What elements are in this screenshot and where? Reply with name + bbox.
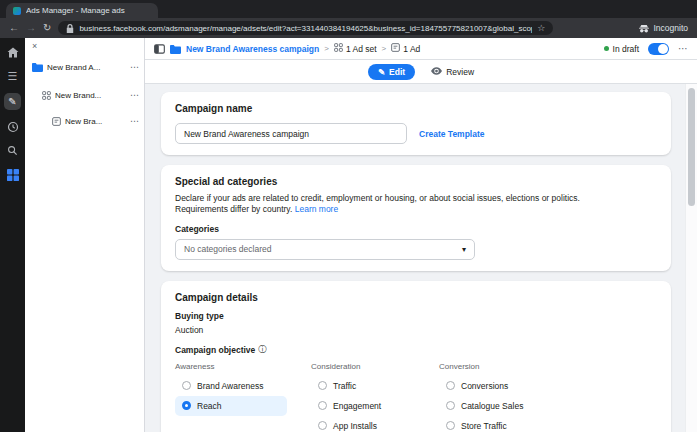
- chevron-separator: >: [382, 44, 387, 53]
- card-title: Campaign name: [175, 103, 657, 114]
- tree-item-label: New Brand...: [55, 91, 126, 100]
- buying-type-value: Auction: [175, 325, 657, 335]
- objective-column-consideration: Consideration Traffic Engagement App Ins…: [311, 362, 415, 432]
- eye-icon: [431, 67, 442, 77]
- categories-label: Categories: [175, 224, 657, 234]
- column-heading: Awareness: [175, 362, 287, 371]
- card-title: Special ad categories: [175, 176, 657, 187]
- tab-review-label: Review: [446, 67, 474, 77]
- folder-icon: [32, 58, 43, 76]
- campaign-details-card: Campaign details Buying type Auction Cam…: [161, 281, 671, 432]
- lock-icon: [66, 19, 74, 37]
- incognito-badge: Incognito: [638, 19, 689, 37]
- overflow-icon[interactable]: ⋯: [130, 117, 139, 126]
- column-heading: Conversion: [439, 362, 539, 371]
- overflow-icon[interactable]: ⋯: [130, 63, 139, 72]
- radio-icon: [318, 381, 327, 390]
- settings-scroll-area: Campaign name Create Template Special ad…: [145, 84, 685, 432]
- home-icon[interactable]: [5, 45, 20, 60]
- radio-icon: [446, 381, 455, 390]
- tree-item-campaign[interactable]: New Brand A... ⋯: [25, 58, 144, 76]
- buying-type-label: Buying type: [175, 311, 657, 321]
- radio-icon: [318, 421, 327, 430]
- browser-tab-strip: Ads Manager - Manage ads: [0, 0, 697, 18]
- adset-icon: [42, 86, 51, 104]
- special-ad-description: Declare if your ads are related to credi…: [175, 193, 620, 216]
- create-template-link[interactable]: Create Template: [419, 129, 485, 139]
- objective-option-conversions[interactable]: Conversions: [439, 376, 539, 396]
- card-title: Campaign details: [175, 292, 657, 303]
- address-bar[interactable]: business.facebook.com/adsmanager/manage/…: [58, 21, 553, 35]
- browser-toolbar: ← → ↻ business.facebook.com/adsmanager/m…: [0, 18, 697, 38]
- grid-icon[interactable]: [5, 167, 20, 182]
- categories-dropdown[interactable]: No categories declared ▾: [175, 239, 475, 260]
- objective-option-store-traffic[interactable]: Store Traffic: [439, 416, 539, 432]
- main-area: New Brand Awareness campaign > 1 Ad set …: [145, 38, 697, 432]
- tree-item-adset[interactable]: New Brand... ⋯: [25, 86, 144, 104]
- ad-icon: [391, 43, 400, 54]
- breadcrumb-adset[interactable]: 1 Ad set: [334, 43, 377, 54]
- menu-icon[interactable]: ☰: [5, 69, 20, 84]
- objective-option-traffic[interactable]: Traffic: [311, 376, 415, 396]
- objective-columns: Awareness Brand Awareness Reach Consider…: [175, 362, 657, 432]
- tree-item-ad[interactable]: New Bra... ⋯: [25, 112, 144, 130]
- status-dot-icon: [604, 46, 609, 51]
- objective-column-awareness: Awareness Brand Awareness Reach: [175, 362, 287, 432]
- tab-edit-label: Edit: [389, 67, 405, 77]
- tab-review[interactable]: Review: [431, 67, 474, 77]
- breadcrumb-adset-label: 1 Ad set: [346, 44, 377, 54]
- tree-item-label: New Brand A...: [47, 63, 126, 72]
- objective-option-app-installs[interactable]: App Installs: [311, 416, 415, 432]
- view-tab-bar: ✎ Edit Review: [145, 60, 697, 84]
- back-icon[interactable]: ←: [9, 23, 19, 33]
- folder-icon: [170, 40, 181, 58]
- campaign-name-card: Campaign name Create Template: [161, 92, 671, 155]
- search-icon[interactable]: [5, 143, 20, 158]
- breadcrumb-ad[interactable]: 1 Ad: [391, 43, 420, 54]
- scrollbar[interactable]: [685, 84, 697, 432]
- chevron-separator: >: [324, 44, 329, 53]
- incognito-label: Incognito: [654, 23, 689, 33]
- reload-icon[interactable]: ↻: [43, 23, 51, 33]
- radio-icon: [446, 421, 455, 430]
- breadcrumb: New Brand Awareness campaign > 1 Ad set …: [145, 38, 697, 60]
- objective-column-conversion: Conversion Conversions Catalogue Sales S…: [439, 362, 539, 432]
- special-ad-categories-card: Special ad categories Declare if your ad…: [161, 165, 671, 271]
- objective-option-engagement[interactable]: Engagement: [311, 396, 415, 416]
- chevron-down-icon: ▾: [462, 245, 466, 254]
- description-text: Declare if your ads are related to credi…: [175, 193, 580, 214]
- objective-label: Campaign objective: [175, 345, 255, 355]
- dropdown-value: No categories declared: [184, 244, 271, 254]
- learn-more-link[interactable]: Learn more: [295, 204, 338, 214]
- tab-favicon-icon: [13, 7, 21, 15]
- info-icon[interactable]: ⓘ: [258, 346, 266, 354]
- pencil-icon: ✎: [378, 67, 385, 77]
- column-heading: Consideration: [311, 362, 415, 371]
- app-nav-rail: ☰ ✎: [0, 38, 25, 432]
- edit-pen-icon[interactable]: ✎: [4, 93, 21, 110]
- forward-icon[interactable]: →: [26, 23, 36, 33]
- objective-option-brand-awareness[interactable]: Brand Awareness: [175, 376, 287, 396]
- toggle-knob: [658, 44, 668, 54]
- tab-edit[interactable]: ✎ Edit: [368, 64, 415, 80]
- campaign-name-input[interactable]: [175, 123, 407, 144]
- toggle-sidebar-icon[interactable]: [154, 40, 165, 58]
- radio-icon: [182, 381, 191, 390]
- scrollbar-thumb[interactable]: [688, 88, 695, 206]
- clock-icon[interactable]: [5, 119, 20, 134]
- close-icon[interactable]: ×: [32, 42, 37, 51]
- overflow-icon[interactable]: ⋯: [130, 91, 139, 100]
- campaign-toggle[interactable]: [648, 43, 669, 55]
- radio-icon: [446, 401, 455, 410]
- radio-checked-icon: [182, 401, 191, 410]
- campaign-tree-panel: × New Brand A... ⋯ New Brand... ⋯ New Br…: [25, 38, 145, 432]
- breadcrumb-campaign[interactable]: New Brand Awareness campaign: [186, 44, 319, 54]
- browser-tab[interactable]: Ads Manager - Manage ads: [6, 3, 158, 18]
- radio-icon: [318, 401, 327, 410]
- overflow-icon[interactable]: ⋯: [678, 43, 688, 54]
- bookmark-star-icon[interactable]: ☆: [537, 24, 545, 33]
- url-text: business.facebook.com/adsmanager/manage/…: [79, 24, 532, 33]
- tab-title: Ads Manager - Manage ads: [26, 6, 125, 15]
- objective-option-reach[interactable]: Reach: [175, 396, 287, 416]
- objective-option-catalogue-sales[interactable]: Catalogue Sales: [439, 396, 539, 416]
